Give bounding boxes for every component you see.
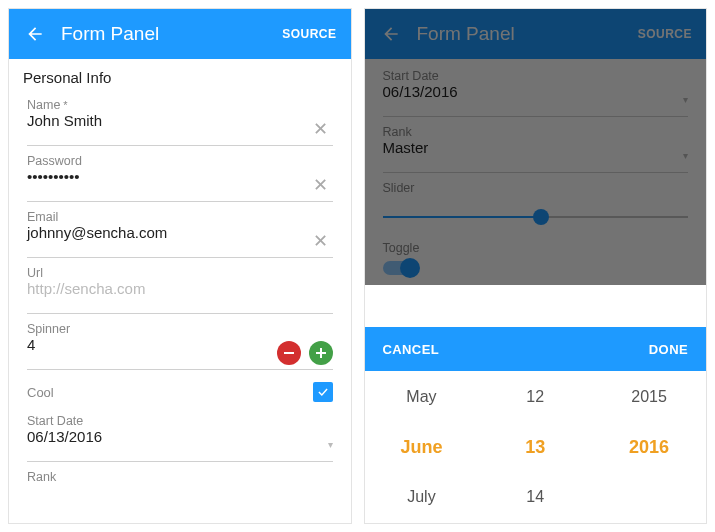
minus-icon — [284, 352, 294, 354]
start-date-input[interactable]: 06/13/2016 — [383, 83, 678, 116]
day-next[interactable]: 14 — [478, 472, 592, 522]
done-button[interactable]: DONE — [649, 342, 688, 357]
clear-icon[interactable]: ✕ — [309, 230, 333, 252]
start-date-label: Start Date — [27, 414, 333, 428]
cool-label: Cool — [27, 385, 313, 400]
rank-input[interactable]: Master — [383, 139, 678, 172]
form-body: Start Date 06/13/2016 ▾ Rank Master ▾ — [365, 59, 707, 285]
start-date-label: Start Date — [383, 69, 689, 83]
toggle-knob — [400, 258, 420, 278]
cancel-button[interactable]: CANCEL — [383, 342, 440, 357]
slider-thumb[interactable] — [533, 209, 549, 225]
back-arrow-icon[interactable] — [23, 22, 47, 46]
month-selected[interactable]: June — [365, 422, 479, 472]
year-column[interactable]: 2015 2016 — [592, 371, 706, 523]
left-panel: Form Panel SOURCE Personal Info Name * J… — [8, 8, 352, 524]
day-selected[interactable]: 13 — [478, 422, 592, 472]
year-selected[interactable]: 2016 — [592, 422, 706, 472]
toggle-switch[interactable] — [383, 261, 417, 275]
start-date-input[interactable]: 06/13/2016 — [27, 428, 322, 461]
slider-fill — [383, 216, 542, 218]
rank-field: Rank — [9, 464, 351, 486]
spinner-field: Spinner 4 — [9, 316, 351, 372]
clear-icon[interactable]: ✕ — [309, 174, 333, 196]
picker-toolbar: CANCEL DONE — [365, 327, 707, 371]
email-label: Email — [27, 210, 333, 224]
name-label-text: Name — [27, 98, 60, 112]
email-field: Email johnny@sencha.com ✕ — [9, 204, 351, 260]
rank-label: Rank — [27, 470, 333, 484]
day-prev[interactable]: 12 — [478, 372, 592, 422]
name-input[interactable]: John Smith — [27, 112, 309, 145]
spinner-plus-button[interactable] — [309, 341, 333, 365]
source-button[interactable]: SOURCE — [282, 27, 336, 41]
header-title: Form Panel — [61, 23, 282, 45]
slider-field: Slider — [365, 175, 707, 237]
clear-icon[interactable]: ✕ — [309, 118, 333, 140]
password-label: Password — [27, 154, 333, 168]
month-prev[interactable]: May — [365, 372, 479, 422]
cool-checkbox[interactable] — [313, 382, 333, 402]
chevron-down-icon: ▾ — [683, 150, 688, 161]
spinner-input[interactable]: 4 — [27, 336, 277, 369]
password-input[interactable]: •••••••••• — [27, 168, 309, 201]
password-field: Password •••••••••• ✕ — [9, 148, 351, 204]
right-panel: Form Panel SOURCE Start Date 06/13/2016 … — [364, 8, 708, 524]
name-field: Name * John Smith ✕ — [9, 92, 351, 148]
slider[interactable] — [383, 207, 689, 227]
year-next[interactable] — [592, 472, 706, 522]
name-label: Name * — [27, 98, 333, 112]
email-input[interactable]: johnny@sencha.com — [27, 224, 309, 257]
month-next[interactable]: July — [365, 472, 479, 522]
day-column[interactable]: 12 13 14 — [478, 371, 592, 523]
month-column[interactable]: May June July — [365, 371, 479, 523]
chevron-down-icon: ▾ — [683, 94, 688, 105]
chevron-down-icon: ▾ — [328, 439, 333, 450]
url-label: Url — [27, 266, 333, 280]
url-field: Url http://sencha.com — [9, 260, 351, 316]
spinner-label: Spinner — [27, 322, 333, 336]
year-prev[interactable]: 2015 — [592, 372, 706, 422]
section-title: Personal Info — [9, 59, 351, 92]
header-title: Form Panel — [417, 23, 638, 45]
required-mark: * — [63, 99, 67, 111]
check-icon — [316, 385, 330, 399]
start-date-field: Start Date 06/13/2016 ▾ — [9, 408, 351, 464]
back-arrow-icon[interactable] — [379, 22, 403, 46]
slider-label: Slider — [383, 181, 689, 195]
date-picker-sheet: CANCEL DONE May June July 12 13 14 2015 … — [365, 327, 707, 523]
source-button[interactable]: SOURCE — [638, 27, 692, 41]
toggle-field: Toggle — [365, 237, 707, 285]
toggle-label: Toggle — [383, 241, 689, 255]
picker-columns: May June July 12 13 14 2015 2016 — [365, 371, 707, 523]
cool-field: Cool — [9, 372, 351, 408]
rank-label: Rank — [383, 125, 689, 139]
spinner-buttons — [277, 341, 333, 365]
url-input[interactable]: http://sencha.com — [27, 280, 333, 313]
spinner-minus-button[interactable] — [277, 341, 301, 365]
rank-field: Rank Master ▾ — [365, 119, 707, 175]
plus-icon — [316, 348, 326, 358]
start-date-field: Start Date 06/13/2016 ▾ — [365, 63, 707, 119]
header: Form Panel SOURCE — [365, 9, 707, 59]
header: Form Panel SOURCE — [9, 9, 351, 59]
